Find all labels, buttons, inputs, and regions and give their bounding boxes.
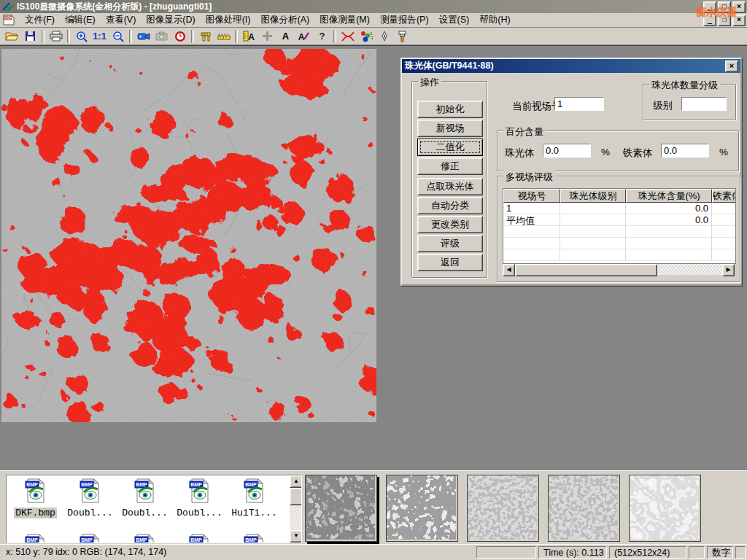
- file-item[interactable]: BMP Doubl...: [117, 478, 172, 518]
- thumbnail-1[interactable]: [305, 475, 377, 542]
- file-item[interactable]: BMP: [63, 534, 117, 543]
- change-class-button[interactable]: 更改类别: [417, 216, 483, 233]
- scrollbar-thumb[interactable]: [290, 488, 302, 505]
- ferrite-percent-input[interactable]: [661, 144, 709, 158]
- thumbnail-4[interactable]: [548, 475, 620, 542]
- new-field-button[interactable]: 新视场: [417, 120, 483, 137]
- init-button[interactable]: 初始化: [417, 101, 483, 118]
- file-item[interactable]: BMP: [117, 534, 172, 543]
- toolbar-separator: [129, 30, 132, 43]
- toolbar-separator: [191, 30, 194, 43]
- title-bar: IS100显微摄像系统(金相分析版) - [zhuguangti01] _ □ …: [0, 0, 747, 13]
- file-list-scrollbar[interactable]: ▲ ▼: [290, 475, 301, 542]
- zoom-out-button[interactable]: [109, 28, 127, 44]
- phase-classify-button[interactable]: 13: [357, 28, 375, 44]
- file-item[interactable]: BMP Doubl...: [172, 478, 227, 518]
- app-logo-icon: [2, 1, 14, 12]
- mdi-workspace: 珠光体(GB/T9441-88) × 操作 初始化 新视场 二值化 修正 点取珠…: [0, 45, 747, 470]
- file-item[interactable]: BMP DKF.bmp: [8, 478, 63, 518]
- window-title: IS100显微摄像系统(金相分析版) - [zhuguangti01]: [17, 1, 212, 13]
- open-file-button[interactable]: [3, 28, 21, 44]
- file-item[interactable]: BMP: [227, 534, 282, 543]
- pen-tool-button[interactable]: [375, 28, 393, 44]
- count-grade-group-label: 珠光体数量分级: [649, 79, 720, 92]
- grade-input[interactable]: [681, 97, 727, 111]
- ruler-text-button[interactable]: A: [240, 28, 258, 44]
- correct-button[interactable]: 修正: [417, 158, 483, 175]
- menu-image-display[interactable]: 图像显示(D): [141, 12, 200, 28]
- rating-table-header: 视场号 珠光体级别 珠光体含量(%) 铁素体含量(%): [503, 189, 735, 203]
- thumbnail-5[interactable]: [629, 475, 701, 542]
- ruler-measure-button[interactable]: [214, 28, 233, 44]
- percent-group: 百分含量 珠光体 % 铁素体 %: [497, 131, 739, 171]
- table-row[interactable]: 平均值 0.0: [503, 214, 735, 226]
- menu-edit[interactable]: 编辑(E): [60, 12, 101, 28]
- dialog-title-bar[interactable]: 珠光体(GB/T9441-88) ×: [402, 59, 740, 73]
- video-capture-button[interactable]: [134, 28, 152, 44]
- svg-text:BMP: BMP: [245, 482, 257, 487]
- svg-text:BMP: BMP: [136, 482, 147, 487]
- bmp-file-icon: BMP: [134, 478, 156, 503]
- svg-text:3: 3: [371, 36, 373, 40]
- bmp-file-icon: BMP: [80, 534, 101, 543]
- svg-text:BMP: BMP: [245, 537, 257, 542]
- save-button[interactable]: [21, 28, 39, 44]
- dialog-close-button[interactable]: ×: [725, 61, 738, 72]
- edit-annotation-button[interactable]: A: [295, 28, 313, 44]
- toolbar-separator: [333, 30, 336, 43]
- pearlite-percent-sign: %: [601, 147, 610, 158]
- scroll-up-icon[interactable]: ▲: [290, 475, 302, 488]
- thumbnail-3[interactable]: [467, 475, 539, 542]
- brush-tool-button[interactable]: [393, 28, 411, 44]
- table-row[interactable]: 1 0.0: [503, 203, 735, 214]
- toolbar-separator: [235, 30, 238, 43]
- pearlite-percent-input[interactable]: [543, 144, 591, 158]
- svg-text:A: A: [248, 32, 255, 42]
- table-row-empty: [503, 249, 735, 261]
- menu-settings[interactable]: 设置(S): [434, 12, 475, 28]
- rating-table[interactable]: 视场号 珠光体级别 珠光体含量(%) 铁素体含量(%) 1 0.0 平均值 0.…: [503, 188, 736, 264]
- file-item[interactable]: BMP: [8, 534, 63, 543]
- svg-text:A: A: [298, 32, 304, 42]
- text-annotation-button[interactable]: A: [276, 28, 295, 44]
- move-tool-button[interactable]: [258, 28, 276, 44]
- specimen-image[interactable]: [1, 49, 376, 422]
- thumbnail-2[interactable]: [386, 475, 458, 542]
- menu-image-processing[interactable]: 图像处理(I): [201, 12, 256, 28]
- pearlite-dialog: 珠光体(GB/T9441-88) × 操作 初始化 新视场 二值化 修正 点取珠…: [400, 58, 742, 286]
- grade-label: 级别: [653, 99, 673, 112]
- svg-text:BMP: BMP: [81, 537, 93, 542]
- menu-image-measure[interactable]: 图像测量(M): [314, 12, 375, 28]
- current-field-input[interactable]: [554, 97, 604, 111]
- file-listbox[interactable]: BMP DKF.bmp BMP Doubl... BMP Doubl...: [6, 475, 302, 543]
- zoom-actual-button[interactable]: 1:1: [90, 28, 109, 44]
- print-button[interactable]: [47, 28, 65, 44]
- cursor-position-readout: x: 510 y: 79 idx: 0 RGB: (174, 174, 174): [1, 546, 474, 559]
- menu-measure-report[interactable]: 测量报告(P): [375, 12, 434, 28]
- binarize-button[interactable]: 二值化: [417, 139, 483, 156]
- scroll-left-icon[interactable]: ◀: [503, 264, 515, 276]
- pick-pearlite-button[interactable]: 点取珠光体: [417, 178, 483, 195]
- scroll-right-icon[interactable]: ▶: [722, 264, 735, 276]
- bmp-file-icon: BMP: [25, 534, 47, 543]
- file-item[interactable]: BMP Doubl...: [63, 478, 117, 518]
- table-horizontal-scrollbar[interactable]: ◀ ▶: [503, 264, 735, 275]
- caliper-measure-button[interactable]: [196, 28, 214, 44]
- scrollbar-thumb[interactable]: [515, 264, 657, 276]
- menu-file[interactable]: 文件(F): [20, 12, 60, 28]
- timer-clock-button[interactable]: [171, 28, 189, 44]
- return-button[interactable]: 返回: [417, 254, 483, 271]
- help-button[interactable]: ?: [313, 28, 331, 44]
- file-item[interactable]: BMP HuiTi...: [227, 478, 282, 518]
- document-icon: DOC: [3, 15, 15, 26]
- file-item[interactable]: BMP: [172, 534, 227, 543]
- zoom-in-button[interactable]: [72, 28, 90, 44]
- auto-classify-button[interactable]: 自动分类: [417, 197, 483, 214]
- curve-delete-button[interactable]: [338, 28, 357, 44]
- scroll-down-icon[interactable]: ▼: [290, 530, 302, 542]
- menu-image-analysis[interactable]: 图像分析(A): [255, 12, 314, 28]
- camera-button[interactable]: [152, 28, 171, 44]
- menu-help[interactable]: 帮助(H): [474, 12, 515, 28]
- menu-view[interactable]: 查看(V): [101, 12, 142, 28]
- rate-button[interactable]: 评级: [417, 235, 483, 252]
